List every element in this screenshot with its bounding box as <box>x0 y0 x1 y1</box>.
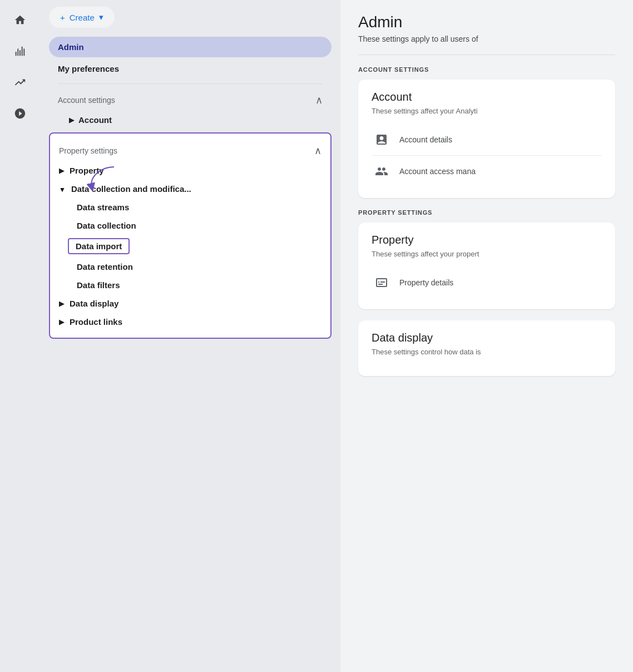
account-settings-label: Account settings <box>58 96 115 105</box>
data-filters-label: Data filters <box>77 280 120 290</box>
data-display-arrow-icon: ▶ <box>59 300 64 308</box>
target-icon[interactable] <box>7 100 33 127</box>
data-collection-row[interactable]: ▼ Data collection and modifica... <box>50 180 330 198</box>
account-settings-header[interactable]: Account settings ∧ <box>49 88 332 112</box>
account-arrow-icon: ▶ <box>69 116 74 124</box>
account-card-desc: These settings affect your Analyti <box>372 107 602 115</box>
sidebar-item-data-display[interactable]: ▶ Data display <box>50 294 330 313</box>
sidebar-item-admin[interactable]: Admin <box>49 37 332 57</box>
property-details-label: Property details <box>399 278 453 287</box>
data-display-card-desc: These settings control how data is <box>372 348 602 356</box>
property-card: Property These settings affect your prop… <box>358 223 615 309</box>
sidebar-item-account[interactable]: ▶ Account <box>49 112 332 128</box>
product-links-label: Product links <box>70 317 122 327</box>
data-display-card: Data display These settings control how … <box>358 320 615 376</box>
account-details-icon <box>372 130 392 150</box>
property-settings-chevron-icon: ∧ <box>314 145 322 157</box>
account-card-title: Account <box>372 91 602 103</box>
property-settings-header[interactable]: Property settings ∧ <box>50 140 330 161</box>
account-details-label: Account details <box>399 135 452 144</box>
data-import-label: Data import <box>76 241 122 251</box>
data-import-box[interactable]: Data import <box>68 238 130 254</box>
account-settings-section-label: ACCOUNT SETTINGS <box>358 66 615 73</box>
my-preferences-label: My preferences <box>58 64 119 73</box>
data-collection-arrow-icon: ▼ <box>59 186 66 194</box>
data-display-label: Data display <box>70 299 118 308</box>
account-access-row[interactable]: Account access mana <box>372 155 602 187</box>
create-button[interactable]: + Create ▾ <box>49 7 115 28</box>
sidebar-item-product-links[interactable]: ▶ Product links <box>50 313 330 331</box>
page-subtitle: These settings apply to all users of <box>358 34 615 43</box>
account-access-label: Account access mana <box>399 167 476 176</box>
plus-icon: + <box>60 13 65 22</box>
sidebar-item-data-streams[interactable]: Data streams <box>50 198 330 216</box>
property-arrow-icon: ▶ <box>59 167 64 175</box>
sidebar-item-my-preferences[interactable]: My preferences <box>49 58 332 79</box>
property-card-desc: These settings affect your propert <box>372 250 602 258</box>
property-details-icon <box>372 273 392 293</box>
property-card-title: Property <box>372 234 602 246</box>
home-icon[interactable] <box>7 7 33 33</box>
account-access-icon <box>372 161 392 181</box>
sidebar-item-data-retention[interactable]: Data retention <box>50 258 330 276</box>
property-settings-label: Property settings <box>59 146 117 155</box>
page-title: Admin <box>358 13 615 31</box>
divider <box>358 55 615 55</box>
nav-rail <box>0 0 40 672</box>
account-card: Account These settings affect your Analy… <box>358 80 615 198</box>
create-label: Create <box>70 13 95 22</box>
sidebar-item-data-filters[interactable]: Data filters <box>50 276 330 294</box>
product-links-arrow-icon: ▶ <box>59 318 64 326</box>
dropdown-arrow-icon: ▾ <box>99 12 103 22</box>
data-display-card-title: Data display <box>372 332 602 344</box>
data-import-row[interactable]: Data import <box>50 235 330 258</box>
property-details-row[interactable]: Property details <box>372 267 602 298</box>
curved-arrow-annotation <box>81 164 125 192</box>
data-streams-label: Data streams <box>77 202 129 212</box>
bar-chart-icon[interactable] <box>7 38 33 65</box>
account-settings-chevron-icon: ∧ <box>315 94 323 106</box>
data-collection-sub-label: Data collection <box>77 221 136 230</box>
account-details-row[interactable]: Account details <box>372 124 602 155</box>
property-settings-section-label: PROPERTY SETTINGS <box>358 209 615 216</box>
admin-label: Admin <box>58 42 84 52</box>
account-label: Account <box>78 115 112 125</box>
sidebar: + Create ▾ Admin My preferences Account … <box>40 0 340 672</box>
main-content: Admin These settings apply to all users … <box>340 0 633 672</box>
data-retention-label: Data retention <box>77 262 133 271</box>
sidebar-item-data-collection[interactable]: Data collection <box>50 216 330 235</box>
property-settings-box: Property settings ∧ ▶ Property ▼ Data co… <box>49 132 332 339</box>
trending-icon[interactable] <box>7 69 33 96</box>
